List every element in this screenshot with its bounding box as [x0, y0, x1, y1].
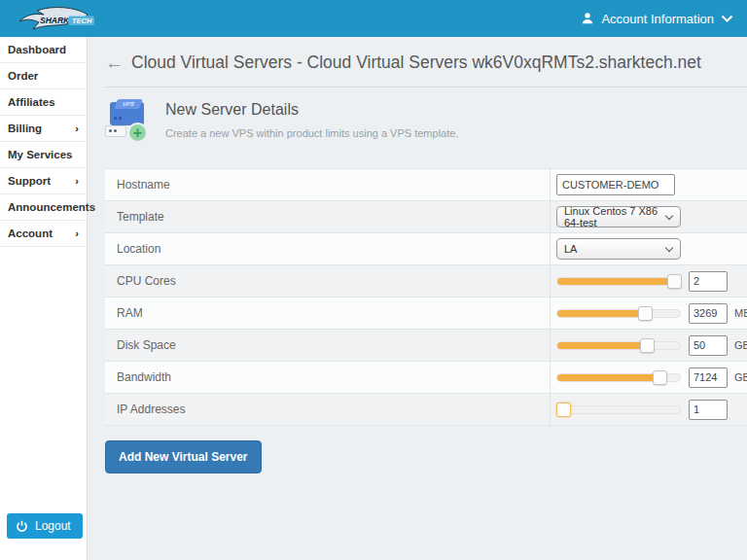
cpu-cores-slider — [556, 271, 747, 292]
ip-addresses-slider — [556, 400, 747, 420]
chevron-right-icon: › — [75, 175, 79, 187]
chevron-down-icon — [665, 244, 673, 252]
bandwidth-slider-track[interactable] — [556, 373, 681, 382]
bandwidth-value-input[interactable] — [689, 368, 728, 388]
row-label: Disk Space — [105, 330, 550, 361]
row-label: Template — [105, 201, 550, 232]
location-select[interactable]: LA — [556, 238, 681, 260]
sidebar-item-label: Affiliates — [8, 96, 55, 108]
logo-text-primary: SHARK — [40, 16, 70, 25]
form-row-hostname: Hostname — [105, 169, 747, 201]
chevron-right-icon: › — [75, 122, 79, 134]
ip-addresses-slider-handle[interactable] — [556, 402, 571, 417]
section-subtitle: Create a new VPS within product limits u… — [165, 127, 458, 139]
sidebar-item-label: Account — [8, 228, 53, 239]
row-control — [550, 265, 747, 297]
row-control: Linux Centos 7 X86 64-test — [550, 201, 747, 232]
disk-space-value-input[interactable] — [689, 335, 728, 356]
form-row-bandwidth: BandwidthGB — [105, 362, 747, 394]
hostname-input[interactable] — [556, 174, 675, 195]
cpu-cores-value-input[interactable] — [689, 271, 728, 292]
form-row-cpu-cores: CPU Cores — [105, 265, 747, 298]
sidebar-item-affiliates[interactable]: Affiliates — [0, 89, 87, 116]
row-label: RAM — [105, 298, 550, 329]
new-server-section-header: VPS + New Server Details Create a new VP… — [105, 99, 747, 144]
main-content: ← Cloud Virtual Servers - Cloud Virtual … — [88, 37, 747, 560]
ram-slider-handle[interactable] — [638, 306, 653, 321]
top-bar: SHARK TECH Account Information — [0, 0, 747, 37]
chevron-down-icon — [721, 15, 733, 23]
sidebar-item-label: Dashboard — [8, 44, 66, 55]
sidebar-item-support[interactable]: Support› — [0, 168, 87, 194]
page-title: Cloud Virtual Servers - Cloud Virtual Se… — [131, 52, 701, 73]
sidebar-item-order[interactable]: Order — [0, 63, 87, 89]
cpu-cores-slider-handle[interactable] — [667, 274, 682, 289]
logo-text-secondary: TECH — [72, 17, 92, 25]
row-label: IP Addresses — [105, 394, 550, 425]
bandwidth-slider: GB — [556, 368, 747, 388]
sidebar-item-label: My Services — [8, 149, 73, 160]
ip-addresses-value-input[interactable] — [689, 400, 728, 420]
row-control: GB — [550, 330, 747, 361]
template-selected-value: Linux Centos 7 X86 64-test — [564, 205, 673, 228]
form-row-template: TemplateLinux Centos 7 X86 64-test — [105, 201, 747, 233]
back-arrow-icon[interactable]: ← — [105, 53, 124, 72]
bandwidth-slider-fill — [557, 374, 660, 381]
row-control: MB — [550, 298, 747, 329]
row-control: GB — [550, 362, 747, 393]
sidebar-item-label: Announcements — [8, 201, 95, 213]
sharktech-logo: SHARK TECH — [18, 4, 101, 33]
row-label: Hostname — [105, 169, 550, 200]
location-selected-value: LA — [564, 243, 577, 255]
form-row-ram: RAMMB — [105, 298, 747, 330]
vps-icon-label: VPS — [114, 99, 143, 109]
ram-slider-track[interactable] — [556, 309, 681, 318]
user-icon — [581, 12, 594, 25]
sidebar-menu: DashboardOrderAffiliatesBilling›My Servi… — [0, 37, 87, 247]
vps-server-icon: VPS + — [105, 99, 150, 144]
account-menu-label: Account Information — [601, 12, 714, 26]
section-title: New Server Details — [165, 101, 458, 119]
ram-slider-fill — [557, 310, 646, 317]
sidebar-item-label: Support — [8, 175, 51, 187]
template-select[interactable]: Linux Centos 7 X86 64-test — [556, 206, 681, 228]
power-icon — [16, 520, 28, 533]
form-row-ip-addresses: IP Addresses — [105, 394, 747, 426]
ip-addresses-slider-track[interactable] — [556, 405, 681, 414]
row-label: CPU Cores — [105, 265, 550, 297]
form-row-disk-space: Disk SpaceGB — [105, 330, 747, 362]
sidebar-item-label: Billing — [8, 122, 42, 134]
plus-badge-icon: + — [127, 122, 148, 143]
row-label: Location — [105, 233, 550, 264]
ram-value-input[interactable] — [689, 303, 728, 324]
logout-button[interactable]: Logout — [7, 513, 83, 539]
disk-space-slider: GB — [556, 335, 747, 356]
sidebar-item-account[interactable]: Account› — [0, 221, 87, 247]
new-server-form: HostnameTemplateLinux Centos 7 X86 64-te… — [105, 168, 747, 426]
row-control — [550, 169, 747, 200]
ram-slider: MB — [556, 303, 747, 324]
chevron-right-icon: › — [75, 228, 79, 239]
disk-space-slider-fill — [557, 342, 648, 349]
bandwidth-unit-label: GB — [734, 371, 747, 383]
row-control: LA — [550, 233, 747, 264]
sidebar-item-label: Order — [8, 70, 38, 82]
row-control — [550, 394, 747, 425]
sidebar-item-announcements[interactable]: Announcements — [0, 194, 87, 221]
disk-space-slider-handle[interactable] — [640, 338, 655, 353]
row-label: Bandwidth — [105, 362, 550, 393]
ram-unit-label: MB — [734, 307, 747, 319]
cpu-cores-slider-fill — [557, 278, 679, 285]
bandwidth-slider-handle[interactable] — [653, 370, 667, 385]
sidebar-item-dashboard[interactable]: Dashboard — [0, 37, 87, 63]
logout-label: Logout — [35, 519, 71, 533]
sidebar-item-my-services[interactable]: My Services — [0, 142, 87, 168]
disk-space-slider-track[interactable] — [556, 341, 681, 350]
cpu-cores-slider-track[interactable] — [556, 277, 681, 286]
add-new-virtual-server-button[interactable]: Add New Virtual Server — [105, 440, 262, 473]
account-information-menu[interactable]: Account Information — [581, 12, 733, 26]
form-row-location: LocationLA — [105, 233, 747, 265]
page-header: ← Cloud Virtual Servers - Cloud Virtual … — [105, 52, 747, 88]
disk-space-unit-label: GB — [734, 339, 747, 351]
sidebar-item-billing[interactable]: Billing› — [0, 116, 87, 142]
